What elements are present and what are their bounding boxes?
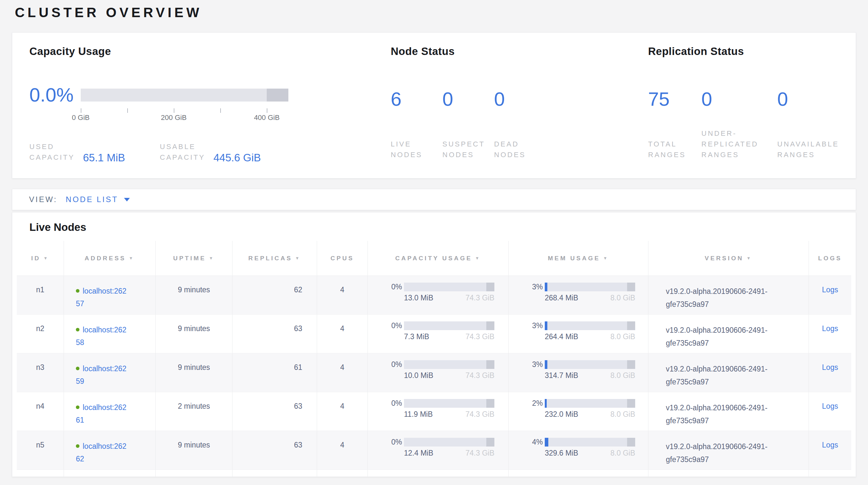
capacity-usage-title: Capacity Usage (29, 45, 391, 58)
column-header-1[interactable]: ADDRESS ▼ (64, 241, 156, 276)
capacity-percent: 0% (368, 321, 402, 330)
stat-value: 0 (702, 88, 768, 111)
empty-cell (648, 470, 809, 477)
mem-used-value: 329.6 MiB (545, 449, 578, 458)
address-link[interactable]: localhost:26259 (76, 364, 127, 386)
mem-meter-end-segment (627, 283, 635, 291)
mem-percent: 2% (508, 399, 543, 408)
address-link[interactable]: localhost:26261 (76, 403, 127, 424)
usable-capacity-value: 445.6 GiB (213, 152, 261, 164)
cell-version: v19.2.0-alpha.20190606-2491-gfe735c9a97 (648, 315, 809, 353)
stat-label: UNDER-REPLICATED RANGES (702, 128, 768, 160)
stat-label: TOTAL RANGES (648, 139, 692, 160)
empty-cell (508, 470, 648, 477)
mem-used-value: 264.4 MiB (545, 333, 578, 341)
column-header-8: LOGS ▼ (809, 241, 851, 276)
live-nodes-title: Live Nodes (17, 212, 851, 234)
table-row-4: n5 localhost:26262 9 minutes 63 4 0% (17, 431, 851, 469)
mem-percent: 3% (508, 360, 543, 369)
capacity-meter-bar (404, 321, 494, 330)
cell-version: v19.2.0-alpha.20190606-2491-gfe735c9a97 (648, 392, 809, 431)
replication-status-stats: 75 TOTAL RANGES 0 UNDER-REPLICATED RANGE… (648, 88, 856, 160)
column-header-label: LOGS (818, 255, 842, 262)
cell-mem-usage: 3% 268.4 MiB 8.0 GiB (508, 276, 648, 314)
cell-logs: Logs (809, 431, 851, 469)
address-link[interactable]: localhost:26262 (76, 442, 127, 463)
cell-capacity-usage: 0% 12.4 MiB 74.3 GiB (368, 431, 508, 469)
address-link[interactable]: localhost:26257 (76, 287, 127, 308)
cell-uptime: 2 minutes (156, 392, 232, 431)
empty-cell (17, 470, 64, 477)
column-header-5[interactable]: CAPACITY USAGE ▼ (368, 241, 508, 276)
cell-capacity-usage: 0% 13.0 MiB 74.3 GiB (368, 276, 508, 314)
sort-arrow-icon: ▼ (475, 256, 481, 261)
replication-status-title: Replication Status (648, 45, 856, 58)
cell-replicas: 62 (232, 276, 317, 314)
column-header-2[interactable]: UPTIME ▼ (156, 241, 232, 276)
replication-status-section: Replication Status 75 TOTAL RANGES 0 UND… (648, 45, 856, 178)
column-header-7[interactable]: VERSION ▼ (648, 241, 809, 276)
capacity-total-value: 74.3 GiB (466, 449, 495, 458)
capacity-percent: 0% (368, 399, 402, 408)
cell-mem-usage: 2% 232.0 MiB 8.0 GiB (508, 392, 648, 431)
logs-link[interactable]: Logs (822, 286, 838, 294)
column-header-6[interactable]: MEM USAGE ▼ (508, 241, 648, 276)
mem-meter-fill (545, 321, 547, 330)
mem-meter-bar (545, 399, 635, 408)
mem-total-value: 8.0 GiB (610, 333, 635, 341)
column-header-label: UPTIME (173, 255, 206, 262)
mem-used-value: 314.7 MiB (545, 371, 578, 380)
capacity-total-value: 74.3 GiB (466, 293, 495, 302)
usable-capacity-stat: USABLE CAPACITY 445.6 GiB (160, 141, 290, 163)
sort-arrow-icon: ▼ (43, 256, 50, 261)
capacity-meter-end-segment (486, 321, 494, 330)
usable-capacity-label: USABLE CAPACITY (160, 141, 212, 163)
capacity-percent-value: 0.0% (29, 84, 81, 106)
empty-cell (232, 470, 317, 477)
node-status-stat-1: 0 SUSPECT NODES (442, 88, 485, 160)
sort-arrow-icon: ▼ (129, 256, 135, 261)
replication-stat-1: 0 UNDER-REPLICATED RANGES (702, 88, 768, 160)
mem-total-value: 8.0 GiB (610, 293, 635, 302)
column-header-0[interactable]: ID ▼ (17, 241, 64, 276)
logs-link[interactable]: Logs (822, 441, 838, 449)
logs-link[interactable]: Logs (822, 324, 838, 333)
column-header-label: CPUS (331, 255, 354, 262)
cell-replicas: 63 (232, 392, 317, 431)
axis-tick (127, 108, 128, 113)
cell-logs: Logs (809, 276, 851, 314)
column-header-label: ID (31, 255, 41, 262)
view-selected-value: NODE LIST (66, 195, 119, 204)
cell-uptime: 9 minutes (156, 315, 232, 353)
axis-tick-label: 0 GiB (72, 113, 89, 122)
cell-address: localhost:26262 (64, 431, 156, 469)
empty-cell (317, 470, 368, 477)
cell-logs: Logs (809, 392, 851, 431)
logs-link[interactable]: Logs (822, 363, 838, 372)
axis-tick (220, 108, 221, 113)
logs-link[interactable]: Logs (822, 402, 838, 410)
cell-uptime: 9 minutes (156, 353, 232, 392)
sort-arrow-icon: ▼ (603, 256, 609, 261)
stat-value: 75 (648, 88, 692, 111)
address-link[interactable]: localhost:26258 (76, 325, 127, 347)
capacity-used-value: 12.4 MiB (404, 449, 433, 458)
mem-total-value: 8.0 GiB (610, 410, 635, 419)
node-live-dot-icon (76, 289, 80, 293)
view-selector-dropdown[interactable]: NODE LIST (66, 195, 130, 204)
cell-uptime: 9 minutes (156, 431, 232, 469)
used-capacity-value: 65.1 MiB (83, 152, 125, 164)
stat-value: 0 (777, 88, 851, 111)
cell-address: localhost:26258 (64, 315, 156, 353)
cell-capacity-usage: 0% 7.3 MiB 74.3 GiB (368, 315, 508, 353)
cell-mem-usage: 3% 264.4 MiB 8.0 GiB (508, 315, 648, 353)
mem-percent: 4% (508, 438, 543, 447)
capacity-meter-bar (404, 399, 494, 408)
node-live-dot-icon (76, 367, 80, 370)
stat-label: UNAVAILABLE RANGES (777, 139, 851, 160)
column-header-3[interactable]: REPLICAS ▼ (232, 241, 317, 276)
sort-arrow-icon: ▼ (747, 256, 752, 261)
cell-replicas: 63 (232, 315, 317, 353)
cell-uptime: 9 minutes (156, 276, 232, 314)
cell-cpus: 4 (317, 315, 368, 353)
